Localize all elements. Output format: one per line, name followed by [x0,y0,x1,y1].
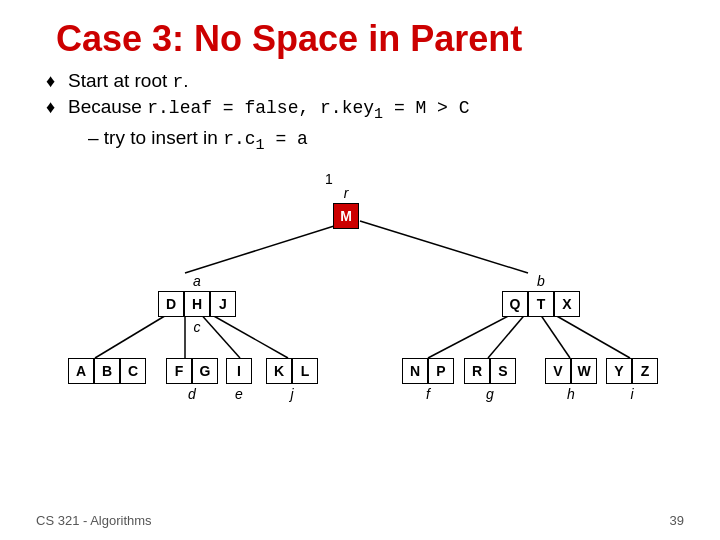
svg-line-1 [360,221,528,273]
node-KL-box: K L [266,358,318,384]
root-cell-M: M [333,203,359,229]
node-b-box: Q T X [502,291,580,317]
node-RS-box: R S [464,358,516,384]
cell-R: R [464,358,490,384]
cell-B: B [94,358,120,384]
node-b: b Q T X [502,273,580,317]
node-VW-sublabel: h [567,386,575,402]
svg-line-8 [538,311,570,358]
bullet-1: ♦ Start at root r. [46,70,684,92]
cell-W: W [571,358,597,384]
svg-line-9 [548,311,630,358]
root-box: M [333,203,359,229]
root-label: r [344,185,349,201]
tree-diagram: 1 r M a D H J c b Q T X [40,163,680,393]
node-YZ-sublabel: i [630,386,633,402]
cell-S: S [490,358,516,384]
cell-J: J [210,291,236,317]
cell-K: K [266,358,292,384]
node-NP-sublabel: f [426,386,430,402]
node-FG-box: F G [166,358,218,384]
node-VW: V W h [545,358,597,402]
cell-Y: Y [606,358,632,384]
cell-P: P [428,358,454,384]
node-NP-box: N P [402,358,454,384]
svg-line-0 [185,221,350,273]
svg-line-6 [428,311,518,358]
node-RS-sublabel: g [486,386,494,402]
cell-H: H [184,291,210,317]
node-YZ-box: Y Z [606,358,658,384]
node-KL-sublabel: j [290,386,293,402]
level-label-1: 1 [325,171,333,187]
bullet-2: ♦ Because r.leaf = false, r.key1 = M > C [46,96,684,123]
node-root: r M [333,185,359,229]
cell-T: T [528,291,554,317]
slide-title: Case 3: No Space in Parent [56,18,684,60]
node-a-box: D H J [158,291,236,317]
cell-G: G [192,358,218,384]
sub-bullet-text: – try to insert in r.c1 = a [88,127,308,154]
node-FG-sublabel: d [188,386,196,402]
node-RS: R S g [464,358,516,402]
node-YZ: Y Z i [606,358,658,402]
cell-A: A [68,358,94,384]
svg-line-7 [488,311,528,358]
cell-C: C [120,358,146,384]
cell-D: D [158,291,184,317]
node-a-sublabel: c [194,319,201,335]
bullet-icon-1: ♦ [46,71,62,92]
bullet-2-text: Because r.leaf = false, r.key1 = M > C [68,96,470,123]
bullet-icon-2: ♦ [46,97,62,118]
footer-page: 39 [670,513,684,528]
node-I-box: I [226,358,252,384]
footer-course: CS 321 - Algorithms [36,513,152,528]
node-KL: K L j [266,358,318,402]
cell-F: F [166,358,192,384]
sub-bullet: – try to insert in r.c1 = a [88,127,684,154]
cell-Z: Z [632,358,658,384]
node-FG: F G d [166,358,218,402]
node-NP: N P f [402,358,454,402]
cell-N: N [402,358,428,384]
node-I: I e [226,358,252,402]
node-a: a D H J c [158,273,236,335]
bullet-1-text: Start at root r. [68,70,189,92]
slide: Case 3: No Space in Parent ♦ Start at ro… [0,0,720,540]
node-I-sublabel: e [235,386,243,402]
cell-Q: Q [502,291,528,317]
footer: CS 321 - Algorithms 39 [0,513,720,528]
cell-V: V [545,358,571,384]
node-b-label: b [537,273,545,289]
node-VW-box: V W [545,358,597,384]
node-ABC-box: A B C [68,358,146,384]
bullet-list: ♦ Start at root r. ♦ Because r.leaf = fa… [46,70,684,153]
cell-L: L [292,358,318,384]
cell-X: X [554,291,580,317]
cell-I: I [226,358,252,384]
node-a-label: a [193,273,201,289]
node-ABC: A B C [68,358,146,384]
